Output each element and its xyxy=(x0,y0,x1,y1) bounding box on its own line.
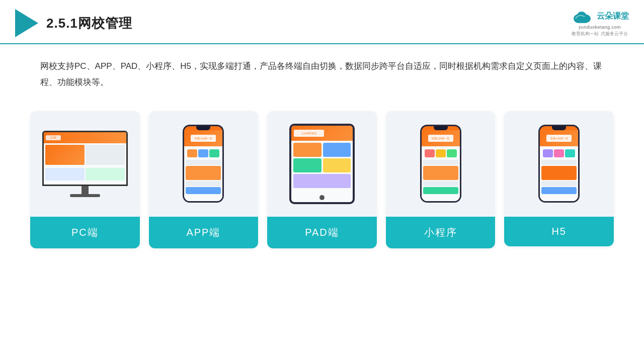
brand-logo-icon: 云朵课堂 xyxy=(571,10,629,24)
tablet-block-4 xyxy=(323,158,351,172)
brand-subtitle: 教育机构一站 式服务云平台 xyxy=(572,31,628,37)
card-pc-image: 云朵 xyxy=(30,111,140,217)
phone-notch-app xyxy=(196,126,210,130)
description-paragraph: 网校支持PC、APP、PAD、小程序、H5，实现多端打通，产品各终端自由切换，数… xyxy=(40,58,604,91)
phone-screen-inner-h5: 职通人的第一堂 xyxy=(540,130,578,201)
phone-screen-body-app xyxy=(184,146,222,196)
tablet-header: 云朵课堂管理 xyxy=(291,126,353,141)
phone-mockup-app: 职通人的第一堂 xyxy=(183,125,224,203)
tablet-block-1 xyxy=(293,143,321,157)
cloud-icon xyxy=(571,10,595,24)
h5-row-4 xyxy=(541,187,577,194)
header: 2.5.1网校管理 云朵课堂 yunduoketang.com 教育机构一站 式… xyxy=(0,0,644,44)
tablet-block-2 xyxy=(323,143,351,157)
card-app: 职通人的第一堂 xyxy=(149,111,259,248)
header-left: 2.5.1网校管理 xyxy=(15,9,132,37)
monitor-block-1 xyxy=(45,145,85,165)
phone-grid xyxy=(186,148,221,159)
phone-notch-mini xyxy=(434,126,448,130)
phone-header-text: 职通人的第一堂 xyxy=(191,135,216,142)
grid-mini-1 xyxy=(425,149,435,157)
monitor-stand-neck xyxy=(82,186,89,194)
card-pc-label: PC端 xyxy=(30,217,140,248)
tablet-block-3 xyxy=(293,158,321,172)
phone-screen-mini: 职通人的第一堂 xyxy=(422,126,460,201)
phone-body-mini: 职通人的第一堂 xyxy=(420,125,461,203)
phone-header-h5: 职通人的第一堂 xyxy=(540,130,578,146)
phone-screen-body-mini xyxy=(422,146,460,196)
row-3 xyxy=(186,181,221,186)
tablet-mockup: 云朵课堂管理 xyxy=(289,124,355,204)
phone-mockup-mini: 职通人的第一堂 xyxy=(420,125,461,203)
phone-header-text-h5: 职通人的第一堂 xyxy=(546,135,572,142)
card-miniapp: 职通人的第一堂 xyxy=(386,111,496,248)
row-1 xyxy=(186,160,221,165)
card-app-image: 职通人的第一堂 xyxy=(149,111,259,217)
cards-container: 云朵 PC端 xyxy=(0,101,644,248)
logo-triangle-icon xyxy=(15,9,38,37)
brand-url: yunduoketang.com xyxy=(579,25,621,30)
tablet-home-btn xyxy=(319,195,325,200)
h5-row-1 xyxy=(541,160,577,165)
monitor-stand-base xyxy=(70,194,100,197)
page-title: 2.5.1网校管理 xyxy=(46,15,132,32)
phone-header-app: 职通人的第一堂 xyxy=(184,130,222,146)
grid-h5-3 xyxy=(565,149,575,157)
card-pc: 云朵 PC端 xyxy=(30,111,140,248)
tablet-header-text: 云朵课堂管理 xyxy=(294,130,324,137)
description-text: 网校支持PC、APP、PAD、小程序、H5，实现多端打通，产品各终端自由切换，数… xyxy=(0,44,644,101)
brand-name: 云朵课堂 xyxy=(597,11,629,22)
tablet-body: 云朵课堂管理 xyxy=(289,124,355,204)
monitor-nav: 云朵 xyxy=(46,135,61,140)
monitor-screen-top: 云朵 xyxy=(44,132,126,143)
monitor-block-3 xyxy=(45,168,85,180)
tablet-body-content xyxy=(291,141,353,190)
grid-3 xyxy=(209,149,219,157)
phone-header-mini: 职通人的第一堂 xyxy=(422,130,460,146)
grid-h5-1 xyxy=(543,149,553,157)
monitor-body: 云朵 xyxy=(42,131,128,186)
monitor-mockup: 云朵 xyxy=(42,131,128,197)
grid-mini-2 xyxy=(436,149,446,157)
phone-screen-app: 职通人的第一堂 xyxy=(184,126,222,201)
mini-row-1 xyxy=(423,160,458,165)
grid-1 xyxy=(187,149,197,157)
card-app-label: APP端 xyxy=(149,217,259,248)
card-miniapp-image: 职通人的第一堂 xyxy=(386,111,496,217)
phone-notch-h5 xyxy=(552,126,566,130)
phone-screen-h5: 职通人的第一堂 xyxy=(540,126,578,201)
monitor-screen: 云朵 xyxy=(44,132,126,185)
row-4 xyxy=(186,187,221,194)
tablet-screen: 云朵课堂管理 xyxy=(291,126,353,202)
h5-row-3 xyxy=(541,181,577,186)
mini-row-3 xyxy=(423,181,458,186)
phone-body-h5: 职通人的第一堂 xyxy=(538,125,580,203)
tablet-block-5 xyxy=(293,174,351,188)
row-2 xyxy=(186,166,221,180)
brand-logo: 云朵课堂 yunduoketang.com 教育机构一站 式服务云平台 xyxy=(571,10,629,37)
monitor-screen-content xyxy=(44,143,126,185)
phone-mockup-h5: 职通人的第一堂 xyxy=(538,125,580,203)
card-h5: 职通人的第一堂 xyxy=(504,111,614,246)
phone-screen-inner-mini: 职通人的第一堂 xyxy=(422,130,460,201)
card-pad-image: 云朵课堂管理 xyxy=(267,111,377,217)
card-pad-label: PAD端 xyxy=(267,217,377,248)
grid-h5-2 xyxy=(554,149,564,157)
monitor-block-4 xyxy=(86,168,125,180)
card-miniapp-label: 小程序 xyxy=(386,217,496,248)
mini-row-4 xyxy=(423,187,458,194)
phone-grid-mini xyxy=(423,148,458,159)
card-pad: 云朵课堂管理 PAD端 xyxy=(267,111,377,248)
phone-screen-body-h5 xyxy=(540,146,578,196)
monitor-block-2 xyxy=(86,145,125,165)
phone-body-app: 职通人的第一堂 xyxy=(183,125,224,203)
mini-row-2 xyxy=(423,166,458,180)
phone-header-text-mini: 职通人的第一堂 xyxy=(428,135,453,142)
phone-screen-inner-app: 职通人的第一堂 xyxy=(184,130,222,201)
h5-row-2 xyxy=(541,166,577,180)
card-h5-image: 职通人的第一堂 xyxy=(504,111,614,217)
grid-2 xyxy=(198,149,208,157)
grid-mini-3 xyxy=(447,149,457,157)
card-h5-label: H5 xyxy=(504,217,614,246)
phone-grid-h5 xyxy=(541,148,577,159)
